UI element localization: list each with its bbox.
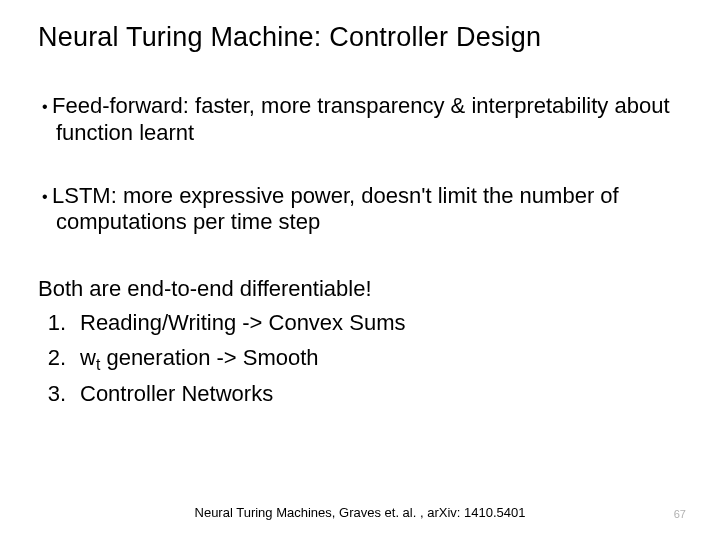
item-number: 2. [42,341,66,375]
differentiable-block: Both are end-to-end differentiable! 1.Re… [38,272,682,411]
item-number: 3. [42,377,66,411]
differentiable-heading: Both are end-to-end differentiable! [38,272,682,306]
page-number: 67 [674,508,686,520]
bullet-lstm: •LSTM: more expressive power, doesn't li… [38,183,682,237]
item-text: Reading/Writing -> Convex Sums [80,310,405,335]
item-text: Controller Networks [80,381,273,406]
bullet-feed-forward: •Feed-forward: faster, more transparency… [38,93,682,147]
slide-title: Neural Turing Machine: Controller Design [38,22,682,53]
bullet-dot-icon: • [42,187,52,207]
list-item-3: 3.Controller Networks [38,377,682,411]
list-item-1: 1.Reading/Writing -> Convex Sums [38,306,682,340]
item-number: 1. [42,306,66,340]
citation: Neural Turing Machines, Graves et. al. ,… [0,505,720,520]
bullet-text: LSTM: more expressive power, doesn't lim… [52,183,619,235]
list-item-2: 2.wt generation -> Smooth [38,341,682,378]
item-text: wt generation -> Smooth [80,345,319,370]
bullet-dot-icon: • [42,97,52,117]
bullet-text: Feed-forward: faster, more transparency … [52,93,670,145]
